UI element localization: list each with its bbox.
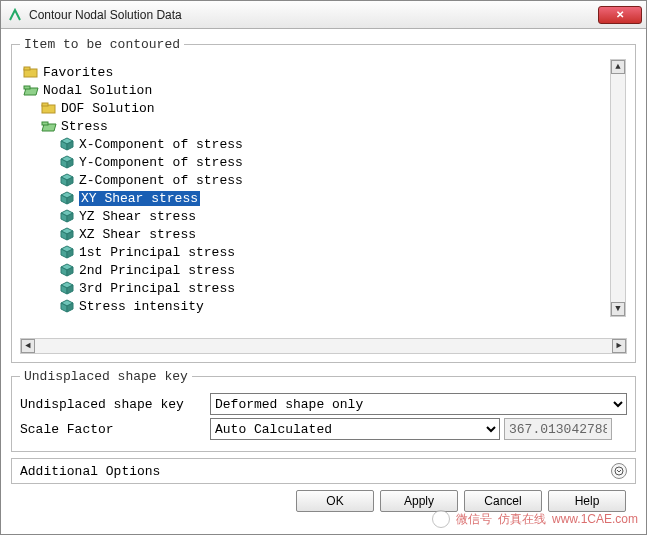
cube-icon xyxy=(59,155,75,169)
additional-options-label: Additional Options xyxy=(20,464,160,479)
folder-icon xyxy=(41,101,57,115)
scroll-up-icon[interactable]: ▲ xyxy=(611,60,625,74)
tree-label: Y-Component of stress xyxy=(79,155,243,170)
svg-rect-5 xyxy=(42,103,48,106)
watermark: 微信号 仿真在线 www.1CAE.com xyxy=(432,510,638,528)
item-to-be-contoured-group: Item to be contoured Favorites Nodal Sol… xyxy=(11,37,636,363)
svg-rect-7 xyxy=(42,122,48,125)
button-bar: OK Apply Cancel Help xyxy=(11,484,636,512)
cube-icon xyxy=(59,227,75,241)
shape-legend: Undisplaced shape key xyxy=(20,369,192,384)
horizontal-scrollbar[interactable]: ◄ ► xyxy=(20,338,627,354)
cube-icon xyxy=(59,299,75,313)
app-icon xyxy=(7,7,23,23)
tree-container: Favorites Nodal Solution DOF Soluti xyxy=(20,58,627,336)
watermark-wx: 微信号 xyxy=(456,511,492,528)
tree-label: 1st Principal stress xyxy=(79,245,235,260)
shape-key-select[interactable]: Deformed shape only xyxy=(210,393,627,415)
tree-label: Stress xyxy=(61,119,108,134)
shape-key-label: Undisplaced shape key xyxy=(20,397,210,412)
tree-item-stress-child[interactable]: XZ Shear stress xyxy=(23,225,608,243)
scale-factor-value xyxy=(504,418,612,440)
help-button[interactable]: Help xyxy=(548,490,626,512)
apply-button[interactable]: Apply xyxy=(380,490,458,512)
folder-open-icon xyxy=(41,119,57,133)
folder-open-icon xyxy=(23,83,39,97)
tree-item-stress-child[interactable]: XY Shear stress xyxy=(23,189,608,207)
tree-label: 3rd Principal stress xyxy=(79,281,235,296)
scale-factor-label: Scale Factor xyxy=(20,422,210,437)
tree-item-stress-child[interactable]: 1st Principal stress xyxy=(23,243,608,261)
cube-icon xyxy=(59,173,75,187)
solution-tree[interactable]: Favorites Nodal Solution DOF Soluti xyxy=(21,59,610,317)
tree-label: Z-Component of stress xyxy=(79,173,243,188)
additional-options-bar[interactable]: Additional Options xyxy=(11,458,636,484)
cube-icon xyxy=(59,191,75,205)
tree-label: X-Component of stress xyxy=(79,137,243,152)
tree-label: Nodal Solution xyxy=(43,83,152,98)
svg-rect-3 xyxy=(24,86,30,89)
shape-key-row: Undisplaced shape key Deformed shape onl… xyxy=(20,393,627,415)
tree-label: XY Shear stress xyxy=(79,191,200,206)
tree-item-nodal-solution[interactable]: Nodal Solution xyxy=(23,81,608,99)
tree-item-stress-child[interactable]: 2nd Principal stress xyxy=(23,261,608,279)
contour-legend: Item to be contoured xyxy=(20,37,184,52)
tree-item-stress-child[interactable]: Y-Component of stress xyxy=(23,153,608,171)
tree-label: DOF Solution xyxy=(61,101,155,116)
tree-label: Stress intensity xyxy=(79,299,204,314)
tree-item-stress-child[interactable]: Z-Component of stress xyxy=(23,171,608,189)
titlebar: Contour Nodal Solution Data ✕ xyxy=(1,1,646,29)
dialog-body: Item to be contoured Favorites Nodal Sol… xyxy=(1,29,646,518)
scroll-track[interactable] xyxy=(611,74,625,302)
scroll-down-icon[interactable]: ▼ xyxy=(611,302,625,316)
ok-button[interactable]: OK xyxy=(296,490,374,512)
tree-item-stress-child[interactable]: YZ Shear stress xyxy=(23,207,608,225)
watermark-site: www.1CAE.com xyxy=(552,512,638,526)
cube-icon xyxy=(59,281,75,295)
undisplaced-shape-group: Undisplaced shape key Undisplaced shape … xyxy=(11,369,636,452)
window-title: Contour Nodal Solution Data xyxy=(29,8,598,22)
scroll-left-icon[interactable]: ◄ xyxy=(21,339,35,353)
cube-icon xyxy=(59,245,75,259)
tree-label: Favorites xyxy=(43,65,113,80)
cube-icon xyxy=(59,137,75,151)
dialog-window: Contour Nodal Solution Data ✕ Item to be… xyxy=(0,0,647,535)
tree-item-stress-child[interactable]: 3rd Principal stress xyxy=(23,279,608,297)
tree-item-stress[interactable]: Stress xyxy=(23,117,608,135)
cancel-button[interactable]: Cancel xyxy=(464,490,542,512)
folder-icon xyxy=(23,65,39,79)
cube-icon xyxy=(59,209,75,223)
watermark-brand: 仿真在线 xyxy=(498,511,546,528)
vertical-scrollbar[interactable]: ▲ ▼ xyxy=(610,59,626,317)
scroll-track[interactable] xyxy=(35,339,612,353)
tree-item-favorites[interactable]: Favorites xyxy=(23,63,608,81)
tree-label: 2nd Principal stress xyxy=(79,263,235,278)
chevron-down-icon[interactable] xyxy=(611,463,627,479)
close-button[interactable]: ✕ xyxy=(598,6,642,24)
scroll-right-icon[interactable]: ► xyxy=(612,339,626,353)
tree-label: XZ Shear stress xyxy=(79,227,196,242)
tree-label: YZ Shear stress xyxy=(79,209,196,224)
scale-factor-select[interactable]: Auto Calculated xyxy=(210,418,500,440)
cube-icon xyxy=(59,263,75,277)
tree-item-stress-child[interactable]: X-Component of stress xyxy=(23,135,608,153)
tree-item-stress-child[interactable]: Stress intensity xyxy=(23,297,608,315)
svg-point-38 xyxy=(615,467,623,475)
wechat-icon xyxy=(432,510,450,528)
svg-rect-1 xyxy=(24,67,30,70)
scale-factor-row: Scale Factor Auto Calculated xyxy=(20,418,627,440)
tree-item-dof-solution[interactable]: DOF Solution xyxy=(23,99,608,117)
